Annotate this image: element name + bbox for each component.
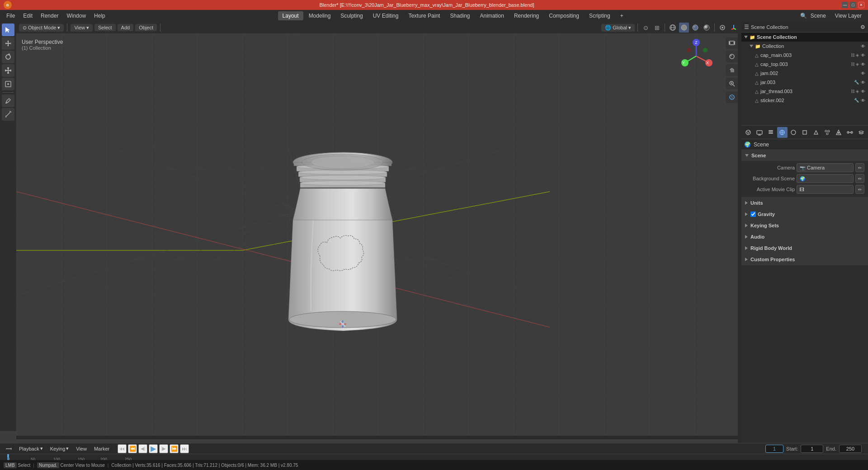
tab-scripting[interactable]: Scripting [585, 11, 615, 20]
object-mode-button[interactable]: ⊙ Object Mode ▾ [19, 24, 64, 32]
menu-help[interactable]: Help [90, 12, 109, 20]
rendered-shading[interactable] [702, 23, 712, 33]
camera-edit-btn[interactable]: ✏ [855, 163, 864, 172]
view-layer-props-icon[interactable] [766, 127, 776, 138]
wireframe-shading[interactable] [668, 23, 678, 33]
overlays-button[interactable] [717, 23, 727, 33]
marker-tab[interactable]: Marker [91, 445, 112, 452]
play-button[interactable]: ▶ [149, 444, 158, 453]
viewport-scrollbar-v[interactable] [738, 33, 741, 443]
minimize-button[interactable]: — [842, 2, 848, 8]
viewport-3d[interactable]: User Perspective (1) Collection X Y Z [16, 33, 741, 443]
menu-edit[interactable]: Edit [19, 12, 36, 20]
tool-cursor[interactable] [2, 24, 14, 36]
data-props-icon[interactable] [856, 127, 866, 138]
outliner-jar[interactable]: △ jar.003 🔧 👁 [741, 78, 868, 87]
current-frame-display[interactable]: 1 [765, 445, 783, 453]
step-back-button[interactable]: ⏪ [128, 444, 137, 453]
menu-render[interactable]: Render [37, 12, 62, 20]
bg-scene-value[interactable]: 🌍 [797, 174, 854, 183]
playback-tab[interactable]: Playback ▾ [16, 445, 46, 452]
keying-tab[interactable]: Keying ▾ [47, 445, 72, 452]
tab-compositing[interactable]: Compositing [544, 11, 584, 20]
add-menu[interactable]: Add [118, 24, 134, 31]
custom-props-section-header[interactable]: Custom Properties [741, 254, 868, 265]
jump-start-button[interactable]: ⏮ [118, 444, 127, 453]
camera-view-button[interactable] [726, 37, 738, 49]
jump-end-button[interactable]: ⏭ [180, 444, 189, 453]
object-menu[interactable]: Object [135, 24, 157, 31]
snap-button[interactable]: ⊞ [652, 23, 662, 33]
pivot-button[interactable]: ⊙ [641, 23, 651, 33]
zoom-button[interactable] [726, 78, 738, 89]
tab-uv-editing[interactable]: UV Editing [368, 11, 403, 20]
outliner-jar-thread[interactable]: △ jar_thread.003 ⛓ ◈ 👁 [741, 87, 868, 96]
movie-clip-edit-btn[interactable]: ✏ [855, 185, 864, 194]
vis-icon[interactable]: 👁 [861, 89, 865, 94]
maximize-button[interactable]: □ [850, 2, 856, 8]
tool-rotate[interactable] [2, 51, 14, 63]
vis-icon[interactable]: 👁 [861, 53, 865, 58]
tool-transform[interactable] [2, 78, 14, 90]
vis-icon[interactable]: 👁 [861, 71, 865, 76]
view-layer[interactable]: View Layer [831, 12, 865, 20]
vis-icon-collection[interactable]: 👁 [861, 44, 865, 49]
outliner-scene-collection[interactable]: 📁 Scene Collection [741, 33, 868, 42]
bg-scene-edit-btn[interactable]: ✏ [855, 174, 864, 183]
menu-file[interactable]: File [3, 12, 19, 20]
solid-shading[interactable] [679, 23, 689, 33]
scene-section-header[interactable]: Scene [741, 150, 868, 161]
step-forward-button[interactable]: ⏩ [170, 444, 179, 453]
scene-props-icon[interactable] [777, 127, 788, 138]
next-keyframe-button[interactable]: |▶ [159, 444, 168, 453]
view-tab[interactable]: View [73, 445, 90, 452]
prev-keyframe-button[interactable]: ◀| [138, 444, 147, 453]
tab-texture-paint[interactable]: Texture Paint [404, 11, 444, 20]
object-props-icon[interactable] [800, 127, 810, 138]
tab-add[interactable]: + [616, 11, 628, 20]
end-frame-input[interactable]: 250 [839, 445, 862, 453]
timeline-type-selector[interactable] [3, 445, 14, 453]
tool-measure[interactable] [2, 108, 14, 121]
gizmo-button[interactable] [729, 23, 739, 33]
constraints-props-icon[interactable] [844, 127, 855, 138]
rigid-body-section-header[interactable]: Rigid Body World [741, 243, 868, 254]
render-props-icon[interactable] [743, 127, 754, 138]
gravity-checkbox[interactable] [750, 212, 756, 217]
outliner-cap-top[interactable]: △ cap_top.003 ⛓ ◈ 👁 [741, 60, 868, 69]
movie-clip-value[interactable]: 🎞 [797, 185, 854, 194]
physics-props-icon[interactable] [833, 127, 844, 138]
select-menu[interactable]: Select [94, 24, 116, 31]
transform-global[interactable]: 🌐 Global ▾ [601, 24, 635, 32]
particles-props-icon[interactable] [822, 127, 832, 138]
hand-tool-button[interactable] [726, 64, 738, 76]
tool-move[interactable] [2, 37, 14, 50]
units-section-header[interactable]: Units [741, 197, 868, 208]
outliner-filter-icon[interactable]: ⚙ [860, 24, 865, 30]
close-button[interactable]: ✕ [858, 2, 864, 8]
vis-icon[interactable]: 👁 [861, 98, 865, 103]
orientation-gizmo[interactable]: X Y Z [678, 38, 714, 74]
menu-window[interactable]: Window [63, 12, 90, 20]
outliner-cap-main[interactable]: △ cap_main.003 ⛓ ◈ 👁 [741, 51, 868, 60]
outliner-sticker[interactable]: △ sticker.002 🔧 👁 [741, 96, 868, 105]
render-preview-button[interactable] [726, 51, 738, 62]
tool-scale[interactable] [2, 64, 14, 77]
tab-sculpting[interactable]: Sculpting [336, 11, 367, 20]
vis-icon[interactable]: 👁 [861, 80, 865, 85]
tab-shading[interactable]: Shading [445, 11, 474, 20]
tab-layout[interactable]: Layout [278, 11, 303, 20]
keying-sets-section-header[interactable]: Keying Sets [741, 220, 868, 231]
toggle-perspective[interactable]: 5 [726, 91, 738, 103]
tab-modeling[interactable]: Modeling [304, 11, 335, 20]
outliner-collection[interactable]: 📁 Collection 👁 [741, 42, 868, 51]
tab-animation[interactable]: Animation [476, 11, 509, 20]
outliner-jam[interactable]: △ jam.002 👁 [741, 69, 868, 78]
output-props-icon[interactable] [755, 127, 765, 138]
tab-rendering[interactable]: Rendering [509, 11, 543, 20]
tool-annotate[interactable] [2, 94, 14, 107]
search-scenes[interactable]: 🔍 Scene [797, 12, 829, 20]
modifier-props-icon[interactable] [811, 127, 821, 138]
start-frame-input[interactable]: 1 [801, 445, 823, 453]
camera-value[interactable]: 📷 Camera [797, 163, 854, 172]
